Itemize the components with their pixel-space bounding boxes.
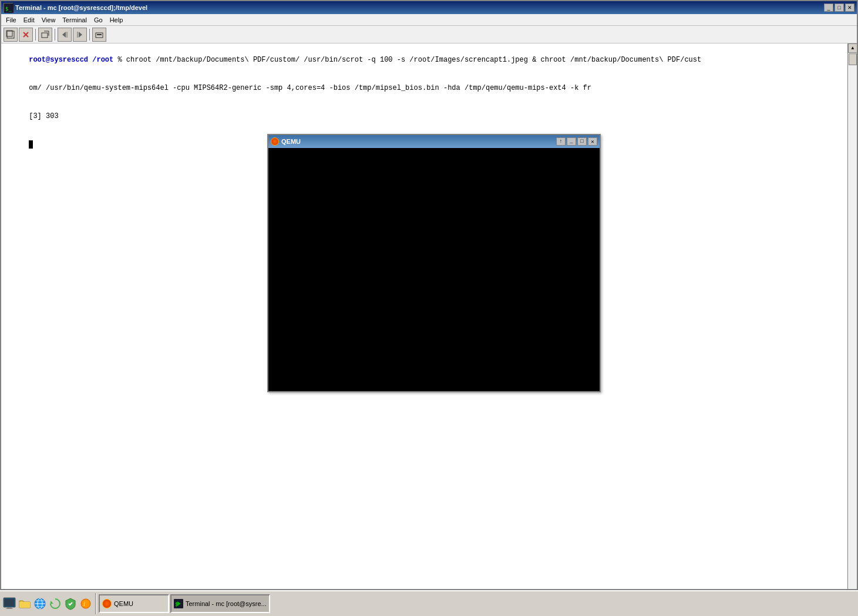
svg-marker-9 [79, 32, 82, 38]
separator-2 [55, 29, 55, 41]
close-button[interactable]: ✕ [845, 4, 854, 12]
svg-rect-12 [97, 34, 102, 35]
prev-button[interactable] [58, 28, 72, 42]
menu-help[interactable]: Help [106, 15, 127, 25]
taskbar-update-icon[interactable] [48, 597, 62, 611]
detach-button[interactable] [38, 28, 52, 42]
menu-view[interactable]: View [38, 15, 59, 25]
scrollbar-thumb[interactable] [849, 53, 857, 65]
terminal-line-2: om/ /usr/bin/qemu-system-mips64el -cpu M… [4, 74, 854, 102]
qemu-fullscreen-button[interactable]: ↑ [556, 137, 566, 146]
svg-rect-10 [77, 32, 78, 38]
minimize-button[interactable]: _ [824, 4, 833, 12]
terminal-line-1: root@sysresccd /root % chroot /mnt/backu… [4, 46, 854, 74]
menu-terminal[interactable]: Terminal [59, 15, 90, 25]
svg-text:$_: $_ [5, 6, 12, 12]
svg-rect-6 [42, 33, 48, 38]
menu-edit[interactable]: Edit [20, 15, 38, 25]
restore-button[interactable]: □ [835, 4, 844, 12]
terminal-title-text: Terminal - mc [root@sysresccd];/tmp/deve… [15, 4, 147, 11]
title-buttons: _ □ ✕ [824, 4, 854, 12]
svg-rect-2 [7, 31, 14, 38]
qemu-taskbar-icon [102, 599, 112, 608]
svg-marker-7 [62, 32, 66, 38]
svg-marker-22 [51, 601, 53, 604]
qemu-task-label: QEMU [114, 600, 133, 607]
qemu-title-left: QEMU [271, 137, 301, 146]
qemu-window: QEMU ↑ _ □ ✕ [267, 134, 601, 392]
taskbar-extra-icon[interactable]: i [79, 597, 93, 611]
separator-3 [89, 29, 90, 41]
taskbar-separator [95, 593, 96, 614]
new-tab-button[interactable] [4, 28, 18, 42]
terminal-line-3: [3] 303 [4, 102, 854, 130]
qemu-title-text: QEMU [281, 138, 301, 145]
separator-1 [35, 29, 36, 41]
menu-bar: File Edit View Terminal Go Help [1, 14, 857, 26]
menu-go[interactable]: Go [90, 15, 106, 25]
qemu-display[interactable] [268, 148, 600, 391]
title-bar-left: $_ Terminal - mc [root@sysresccd];/tmp/d… [4, 3, 147, 12]
taskbar: i QEMU $ Terminal - mc [root@sysre... [0, 590, 858, 616]
menu-file[interactable]: File [2, 15, 20, 25]
taskbar-shield-icon[interactable] [63, 597, 78, 611]
qemu-close-button[interactable]: ✕ [588, 137, 597, 146]
qemu-title-bar: QEMU ↑ _ □ ✕ [268, 135, 600, 148]
qemu-title-buttons: ↑ _ □ ✕ [556, 137, 597, 146]
svg-rect-14 [5, 599, 14, 606]
zoom-button[interactable] [92, 28, 106, 42]
taskbar-folder-icon[interactable] [18, 597, 32, 611]
toolbar [1, 26, 857, 43]
qemu-restore-button[interactable]: □ [577, 137, 587, 146]
taskbar-system-icons: i [2, 597, 93, 611]
close-tab-button[interactable] [19, 28, 33, 42]
cursor [29, 140, 33, 149]
terminal-title-bar: $_ Terminal - mc [root@sysresccd];/tmp/d… [1, 1, 857, 14]
svg-text:i: i [83, 600, 85, 607]
qemu-minimize-button[interactable]: _ [567, 137, 576, 146]
qemu-taskbar-task[interactable]: QEMU [99, 594, 169, 613]
taskbar-browser-icon[interactable] [33, 597, 47, 611]
svg-rect-15 [7, 607, 12, 608]
terminal-taskbar-task[interactable]: $ Terminal - mc [root@sysre... [170, 594, 270, 613]
term-prompt-1: root@sysresccd /root [29, 56, 113, 64]
svg-point-23 [81, 599, 90, 608]
taskbar-desktop-icon[interactable] [2, 597, 16, 611]
qemu-app-icon [271, 137, 279, 146]
terminal-task-label: Terminal - mc [root@sysre... [186, 600, 267, 607]
scrollbar-up-button[interactable]: ▲ [848, 43, 857, 53]
terminal-scrollbar[interactable]: ▲ [847, 43, 857, 589]
svg-rect-16 [6, 608, 13, 609]
svg-rect-8 [66, 32, 68, 38]
next-button[interactable] [73, 28, 87, 42]
terminal-window-icon: $_ [4, 3, 13, 12]
terminal-taskbar-icon: $ [174, 599, 183, 608]
